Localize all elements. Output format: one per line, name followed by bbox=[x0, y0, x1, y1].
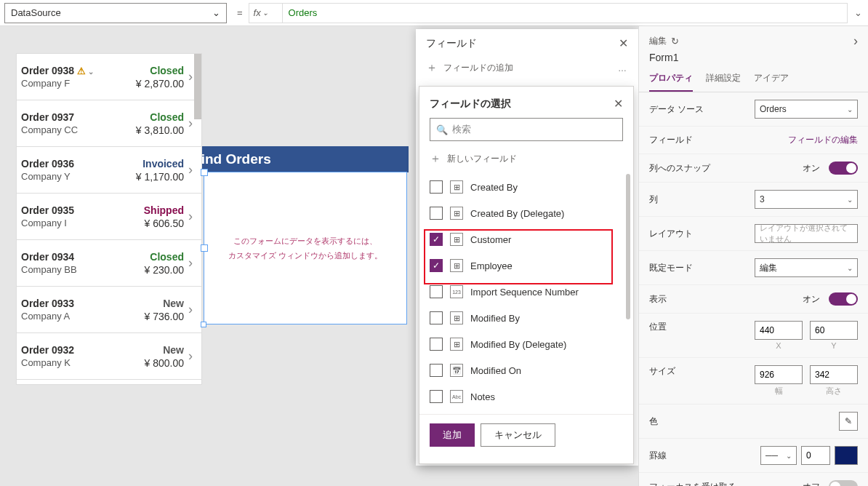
price-label: ¥ 606.50 bbox=[123, 218, 184, 229]
y-caption: Y bbox=[831, 341, 836, 350]
add-field-row[interactable]: ＋ フィールドの追加 … bbox=[416, 57, 638, 83]
field-search-input[interactable]: 🔍 検索 bbox=[430, 118, 623, 141]
y-input[interactable] bbox=[810, 321, 858, 340]
field-list-scrollbar[interactable] bbox=[626, 174, 630, 319]
field-option[interactable]: Modified By (Delegate) bbox=[427, 331, 626, 357]
datasource-select[interactable]: Orders⌄ bbox=[755, 100, 858, 119]
field-type-icon bbox=[450, 259, 463, 272]
property-dropdown[interactable]: DataSource ⌄ bbox=[4, 3, 227, 23]
field-option[interactable]: Created By (Delegate) bbox=[427, 200, 626, 226]
new-field-row[interactable]: ＋ 新しいフィールド bbox=[419, 147, 633, 174]
fx-label: fx bbox=[254, 7, 261, 18]
snap-toggle[interactable] bbox=[829, 162, 858, 175]
checkbox[interactable] bbox=[430, 390, 443, 403]
checkbox[interactable] bbox=[430, 180, 443, 194]
price-label: ¥ 800.00 bbox=[123, 357, 184, 369]
field-option[interactable]: Created By bbox=[427, 174, 626, 200]
chevron-down-icon: ⌄ bbox=[847, 264, 853, 272]
properties-pane: 編集 ↻ › Form1 プロパティ 詳細設定 アイデア データ ソース Ord… bbox=[638, 26, 868, 486]
add-button[interactable]: 追加 bbox=[430, 423, 475, 447]
order-number: Order 0932 bbox=[21, 344, 123, 356]
field-option[interactable]: Employee bbox=[427, 252, 626, 279]
layout-select[interactable]: レイアウトが選択されていません bbox=[755, 224, 858, 243]
chevron-down-icon: ⌄ bbox=[262, 9, 268, 17]
field-option[interactable]: Customer bbox=[427, 226, 626, 252]
new-field-label: 新しいフィールド bbox=[447, 153, 517, 165]
select-value: Orders bbox=[760, 104, 787, 114]
field-option[interactable]: Modified On bbox=[427, 357, 626, 383]
list-item[interactable]: Order 0937Company CCClosed¥ 3,810.00› bbox=[17, 100, 201, 147]
field-option[interactable]: Notes bbox=[427, 383, 626, 410]
field-option[interactable]: Import Sequence Number bbox=[427, 279, 626, 305]
edit-fields-link[interactable]: フィールドの編集 bbox=[788, 134, 858, 146]
status-label: New bbox=[123, 298, 184, 309]
border-color[interactable] bbox=[835, 446, 858, 465]
prop-defaultmode: 既定モード 編集⌄ bbox=[639, 251, 868, 285]
checkbox[interactable] bbox=[430, 311, 443, 324]
price-label: ¥ 230.00 bbox=[123, 264, 184, 276]
company-name: Company A bbox=[21, 311, 123, 322]
formula-input[interactable]: Orders bbox=[282, 3, 848, 23]
properties-tabs: プロパティ 詳細設定 アイデア bbox=[639, 68, 868, 92]
order-number: Order 0936 bbox=[21, 158, 123, 170]
list-item[interactable]: Order 0933Company ANew¥ 736.00› bbox=[17, 287, 201, 333]
edit-header: 編集 ↻ › bbox=[639, 26, 868, 50]
checkbox[interactable] bbox=[430, 207, 443, 220]
width-input[interactable] bbox=[755, 365, 803, 384]
chevron-right-icon[interactable]: › bbox=[853, 33, 858, 49]
checkbox[interactable] bbox=[430, 259, 443, 272]
tab-properties[interactable]: プロパティ bbox=[649, 72, 693, 92]
list-item[interactable]: Order 0938⚠ ⌄Company FClosed¥ 2,870.00› bbox=[17, 54, 201, 100]
prop-label: サイズ bbox=[649, 365, 675, 378]
prop-label: レイアウト bbox=[649, 228, 693, 240]
field-name: Modified On bbox=[470, 365, 521, 376]
defaultmode-select[interactable]: 編集⌄ bbox=[755, 258, 858, 277]
field-name: Created By bbox=[470, 182, 518, 193]
list-item[interactable]: Order 0932Company KNew¥ 800.00› bbox=[17, 333, 201, 380]
checkbox[interactable] bbox=[430, 364, 443, 377]
chevron-down-icon: ⌄ bbox=[847, 105, 853, 113]
prop-label: フォーカスを受け取る bbox=[649, 481, 736, 487]
field-option[interactable]: Modified By bbox=[427, 305, 626, 331]
list-item[interactable]: Order 0936Company YInvoiced¥ 1,170.00› bbox=[17, 147, 201, 194]
chevron-down-icon: ⌄ bbox=[86, 68, 94, 76]
columns-select[interactable]: 3⌄ bbox=[755, 190, 858, 209]
field-type-icon bbox=[450, 207, 463, 220]
close-icon[interactable]: ✕ bbox=[614, 97, 623, 111]
list-item[interactable]: Order 0935Company IShipped¥ 606.50› bbox=[17, 194, 201, 240]
form-empty-message: このフォームにデータを表示するには、 カスタマイズ ウィンドウから追加します。 bbox=[204, 234, 406, 263]
chevron-down-icon: ⌄ bbox=[212, 7, 220, 18]
checkbox[interactable] bbox=[430, 285, 443, 298]
border-width-input[interactable] bbox=[801, 446, 830, 465]
gallery-scrollbar[interactable] bbox=[194, 54, 201, 384]
fx-button[interactable]: fx ⌄ bbox=[249, 3, 282, 23]
prop-label: 列 bbox=[649, 194, 658, 206]
height-input[interactable] bbox=[810, 365, 858, 384]
x-input[interactable] bbox=[755, 321, 803, 340]
field-type-icon bbox=[450, 180, 463, 194]
warning-icon: ⚠ bbox=[77, 65, 86, 76]
list-item[interactable]: Order 0934Company BBClosed¥ 230.00› bbox=[17, 240, 201, 287]
visible-toggle[interactable] bbox=[829, 292, 858, 306]
prop-label: フィールド bbox=[649, 134, 693, 146]
field-name: Notes bbox=[470, 391, 495, 402]
prop-size: サイズ 幅 高さ bbox=[639, 358, 868, 405]
color-picker[interactable]: ✎ bbox=[839, 412, 858, 431]
field-name: Created By (Delegate) bbox=[470, 208, 564, 219]
close-icon[interactable]: ✕ bbox=[619, 36, 628, 50]
checkbox[interactable] bbox=[430, 338, 443, 351]
border-style-select[interactable]: ── ⌄ bbox=[760, 446, 797, 465]
field-list[interactable]: Created ByCreated By (Delegate)CustomerE… bbox=[419, 174, 633, 414]
expand-formula-button[interactable]: ⌄ bbox=[848, 7, 868, 18]
tab-ideas[interactable]: アイデア bbox=[754, 72, 789, 92]
checkbox[interactable] bbox=[430, 233, 443, 246]
form-canvas-selection[interactable]: このフォームにデータを表示するには、 カスタマイズ ウィンドウから追加します。 bbox=[204, 172, 407, 324]
refresh-icon[interactable]: ↻ bbox=[671, 36, 679, 47]
search-placeholder: 検索 bbox=[452, 123, 471, 136]
more-icon[interactable]: … bbox=[618, 63, 628, 73]
cancel-button[interactable]: キャンセル bbox=[481, 423, 555, 447]
status-label: Closed bbox=[123, 111, 184, 123]
tab-advanced[interactable]: 詳細設定 bbox=[706, 72, 741, 92]
company-name: Company BB bbox=[21, 264, 123, 275]
focus-toggle[interactable] bbox=[829, 480, 858, 486]
